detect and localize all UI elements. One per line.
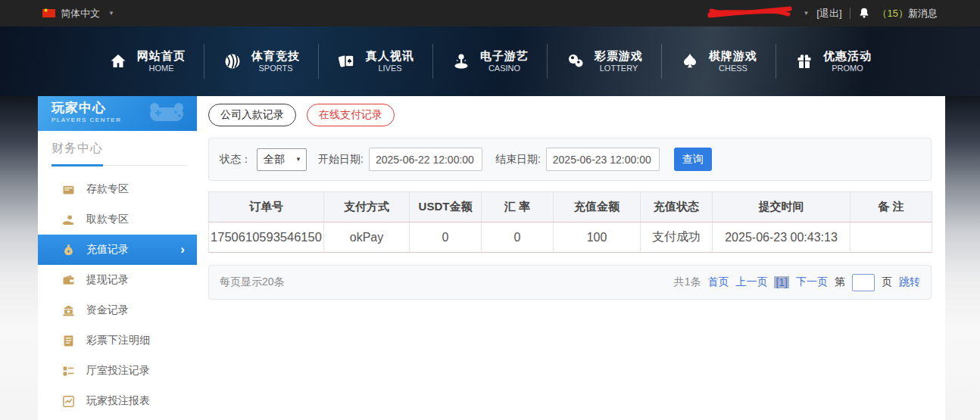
language-label: 简体中文 [61,7,100,20]
tab-company-deposit-records[interactable]: 公司入款记录 [208,104,296,126]
nav-label: 网站首页 HOME [137,49,186,74]
sidebar-item-funds-records[interactable]: 资金记录 [38,295,197,325]
section-label: 财务中心 [51,142,103,154]
first-page-link[interactable]: 首页 [707,275,729,289]
nav-en: PROMO [832,64,863,74]
status-select[interactable]: 全部 ▼ [257,148,307,171]
sidebar-item-deposit[interactable]: 存款专区 [38,174,197,204]
sidebar-item-label: 玩家投注报表 [86,394,150,408]
nav-zh: 真人视讯 [366,49,414,64]
payment-records-table: 订单号 支付方式 USDT金额 汇 率 充值金额 充值状态 提交时间 备 注 1… [208,191,932,253]
start-date-label: 开始日期: [318,153,364,166]
user-chevron-down-icon[interactable]: ▼ [803,10,809,17]
withdraw-icon [62,213,74,226]
pagination-bar: 每页显示20条 共1条 首页 上一页 [1] 下一页 第 页 跳转 [208,265,932,300]
gamepad-icon [147,101,186,130]
jump-prefix: 第 [835,275,845,289]
table-header-row: 订单号 支付方式 USDT金额 汇 率 充值金额 充值状态 提交时间 备 注 [209,192,932,222]
language-switcher[interactable]: ★ 简体中文 ▼ [0,7,114,20]
table-body: 1750610593546150 okPay 0 0 100 支付成功 2025… [209,222,932,253]
col-exchange-rate: 汇 率 [482,192,554,222]
gift-icon [794,51,814,71]
recharge-record-icon [62,244,74,256]
sidebar-item-withdrawal-records[interactable]: 提现记录 [38,265,197,295]
tab-online-payment-records[interactable]: 在线支付记录 [307,104,395,126]
flag-star: ★ [43,6,48,14]
logout-button[interactable]: [退出] [816,7,841,20]
nav-en: SPORTS [258,64,292,74]
jump-page-input[interactable] [852,274,875,291]
pagination-controls: 共1条 首页 上一页 [1] 下一页 第 页 跳转 [674,274,920,291]
total-count: 共1条 [674,275,701,289]
cell-submit-time: 2025-06-23 00:43:13 [713,222,850,253]
table-row: 1750610593546150 okPay 0 0 100 支付成功 2025… [209,222,932,253]
nav-item-home[interactable]: 网站首页 HOME [90,44,204,79]
cell-exchange-rate: 0 [482,222,554,253]
sidebar-item-lottery-bet-details[interactable]: 彩票下注明细 [38,325,197,356]
sidebar-menu: 存款专区 取款专区 充值记录 › 提现记录 [38,166,197,416]
new-messages[interactable]: （15）新消息 [878,7,938,20]
nav-item-chess[interactable]: 棋牌游戏 CHESS [661,44,776,79]
col-remark: 备 注 [850,192,932,222]
cell-recharge-amount: 100 [554,222,641,253]
section-underline [51,165,186,166]
col-payment-method: 支付方式 [324,192,410,222]
withdrawal-record-icon [62,274,74,286]
bell-icon[interactable] [858,7,870,20]
col-usdt-amount: USDT金额 [410,192,482,222]
home-icon [108,51,128,71]
sidebar: 玩家中心 PLAYERS CENTER 财务中心 存款专区 取款专区 [38,96,197,420]
nav-zh: 优惠活动 [823,49,872,64]
prev-page-link[interactable]: 上一页 [735,275,767,289]
topbar: ★ 简体中文 ▼ ▼ [退出] [0,0,980,26]
col-recharge-status: 充值状态 [641,192,713,222]
next-page-link[interactable]: 下一页 [796,275,828,289]
search-button[interactable]: 查询 [674,148,712,171]
jump-button[interactable]: 跳转 [899,275,920,289]
nav-en: HOME [149,64,174,74]
nav-en: LOTTERY [600,64,638,74]
cell-order-number: 1750610593546150 [209,222,324,253]
end-date-label: 结束日期: [495,153,541,166]
main-nav: 网站首页 HOME 体育竞技 SPORTS 真人视讯 LIVES [0,26,980,96]
page: ★ 简体中文 ▼ ▼ [退出] [0,0,980,420]
jump-suffix: 页 [882,275,892,289]
nav-item-lottery[interactable]: 彩票游戏 LOTTERY [547,44,661,79]
current-page: [1] [774,276,789,288]
funds-record-icon [62,304,74,316]
sidebar-item-player-bet-report[interactable]: 玩家投注报表 [38,386,197,416]
nav-item-promo[interactable]: 优惠活动 PROMO [776,44,890,79]
joystick-icon [451,51,471,71]
topbar-divider [850,8,850,19]
nav-label: 电子游艺 CASINO [480,49,529,74]
messages-count: （15） [878,8,908,19]
cell-usdt-amount: 0 [410,222,482,253]
nav-en: LIVES [378,64,401,74]
sidebar-item-recharge-records[interactable]: 充值记录 › [38,235,197,265]
lottery-balls-icon [566,51,585,71]
players-center-banner: 玩家中心 PLAYERS CENTER [38,96,197,131]
messages-label: 新消息 [908,8,938,19]
lottery-bets-icon [62,334,74,347]
sidebar-item-room-bet-records[interactable]: 厅室投注记录 [38,356,197,386]
topbar-right: ▼ [退出] （15）新消息 [707,5,980,21]
nav-label: 彩票游戏 LOTTERY [595,49,643,74]
player-report-icon [62,395,74,407]
start-date-input[interactable] [369,148,482,171]
china-flag-icon: ★ [42,9,55,17]
end-date-input[interactable] [546,148,660,171]
spade-icon [680,51,700,71]
nav-zh: 棋牌游戏 [709,49,757,64]
page-size-text: 每页显示20条 [220,275,285,289]
sidebar-item-label: 彩票下注明细 [86,334,150,347]
status-label: 状态： [220,153,251,166]
redacted-username [707,5,792,21]
nav-item-sports[interactable]: 体育竞技 SPORTS [204,44,318,79]
nav-item-casino[interactable]: 电子游艺 CASINO [432,44,547,79]
sidebar-item-label: 厅室投注记录 [86,364,150,378]
sidebar-item-withdraw[interactable]: 取款专区 [38,204,197,235]
chevron-right-icon: › [180,242,185,257]
cell-recharge-status: 支付成功 [641,222,713,253]
nav-item-lives[interactable]: 真人视讯 LIVES [318,44,432,79]
nav-zh: 电子游艺 [480,49,529,64]
